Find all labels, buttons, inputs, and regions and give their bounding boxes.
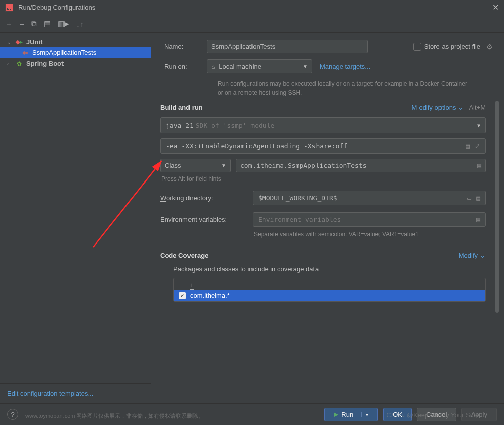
field-hint: Press Alt for field hints <box>161 175 486 183</box>
tree-label: SsmpApplicationTests <box>32 49 96 56</box>
store-checkbox[interactable] <box>413 43 421 51</box>
expand-icon[interactable]: ⤢ <box>475 142 480 150</box>
junit-icon: ◆▸ <box>15 39 23 45</box>
build-run-panel: Build and run Modify options Alt+M java … <box>160 103 497 425</box>
save-icon[interactable]: ▤ <box>44 19 51 28</box>
coverage-title: Code Coverage Modify <box>160 251 486 259</box>
coverage-package-item[interactable]: ✓ com.itheima.* <box>174 290 485 301</box>
chevron-down-icon[interactable]: ⌄ <box>7 40 12 45</box>
insert-icon[interactable]: ▤ <box>476 216 480 223</box>
modify-shortcut: Alt+M <box>469 104 486 111</box>
help-icon[interactable]: ? <box>7 409 18 420</box>
remove-icon[interactable]: − <box>179 281 183 289</box>
insert-icon[interactable]: ▤ <box>466 142 470 150</box>
window-title: Run/Debug Configurations <box>18 4 492 11</box>
watermark: www.toymoban.com 网络图片仅供展示，非存储，如有侵权请联系删除。 <box>25 412 204 420</box>
modify-options-link[interactable]: Modify options <box>412 103 464 111</box>
tree-label: JUnit <box>26 38 43 46</box>
spring-icon: ✿ <box>15 60 23 67</box>
chevron-down-icon: ▼ <box>477 123 480 128</box>
run-button[interactable]: ▶Run <box>324 408 378 421</box>
env-label: Environment variables: <box>160 216 243 223</box>
scrollbar[interactable] <box>495 101 499 393</box>
jdk-combo[interactable]: java 21 SDK of 'ssmp' module ▼ <box>160 117 486 133</box>
config-tree: ⌄ ◆▸ JUnit ◆▸ SsmpApplicationTests › ✿ S… <box>0 33 151 383</box>
package-checkbox[interactable]: ✓ <box>179 292 186 299</box>
store-label: Store as project file <box>424 43 480 50</box>
test-class-value: com.itheima.SsmpApplicationTests <box>240 162 366 169</box>
add-icon[interactable]: + <box>190 281 194 289</box>
scrollbar-thumb[interactable] <box>495 101 499 313</box>
build-run-title: Build and run Modify options Alt+M <box>160 103 486 111</box>
sort-icon: ↓↑ <box>76 20 84 28</box>
runon-combo[interactable]: ⌂ Local machine ▼ <box>207 59 312 73</box>
close-icon[interactable]: ✕ <box>492 3 499 12</box>
tree-label: Spring Boot <box>26 59 64 67</box>
insert-icon[interactable]: ▤ <box>477 162 481 169</box>
play-icon: ▶ <box>334 411 338 418</box>
add-icon[interactable]: ＋ <box>5 19 13 29</box>
env-hint: Separate variables with semicolon: VAR=v… <box>254 231 486 238</box>
name-field[interactable] <box>207 40 368 53</box>
watermark-csdn: CSDN @Keep Me By Your Side <box>386 411 479 419</box>
remove-icon[interactable]: − <box>20 20 24 28</box>
tree-node-spring-boot[interactable]: › ✿ Spring Boot <box>0 58 151 69</box>
workdir-label: Working directory: <box>160 194 243 202</box>
test-class-field[interactable]: com.itheima.SsmpApplicationTests ▤ <box>236 159 486 172</box>
modify-coverage-link[interactable]: Modify <box>459 251 486 259</box>
toolbar: ＋ − ⧉ ▤ ▥▸ ↓↑ <box>0 15 504 33</box>
workdir-value: $MODULE_WORKING_DIR$ <box>258 194 337 202</box>
copy-icon[interactable]: ⧉ <box>31 19 37 28</box>
insert-icon[interactable]: ▤ <box>476 194 480 202</box>
chevron-down-icon: ▼ <box>303 64 308 69</box>
runon-value: Local machine <box>219 63 261 70</box>
store-as-project[interactable]: Store as project file ⚙ <box>413 43 493 51</box>
runon-hint: Run configurations may be executed local… <box>218 79 470 97</box>
folder-icon[interactable]: ▭ <box>467 194 471 202</box>
jdk-value: java 21 <box>166 122 194 129</box>
name-label: Name: <box>164 43 200 50</box>
gear-icon[interactable]: ⚙ <box>486 43 493 51</box>
package-name: com.itheima.* <box>190 292 230 299</box>
coverage-packages-box: − + ✓ com.itheima.* <box>173 278 486 302</box>
app-icon <box>5 4 13 12</box>
vm-options-value: -ea -XX:+EnableDynamicAgentLoading -Xsha… <box>166 142 347 150</box>
pkg-section-label: Packages and classes to include in cover… <box>173 265 486 273</box>
test-kind-value: Class <box>165 162 181 169</box>
sidebar: ⌄ ◆▸ JUnit ◆▸ SsmpApplicationTests › ✿ S… <box>0 33 151 403</box>
test-kind-combo[interactable]: Class ▼ <box>160 159 231 172</box>
folder-icon[interactable]: ▥▸ <box>58 19 69 28</box>
tree-node-ssmp-tests[interactable]: ◆▸ SsmpApplicationTests <box>0 47 151 58</box>
titlebar: Run/Debug Configurations ✕ <box>0 0 504 15</box>
manage-targets-link[interactable]: Manage targets... <box>320 63 370 70</box>
runon-label: Run on: <box>164 63 200 70</box>
env-placeholder: Environment variables <box>258 216 341 223</box>
workdir-field[interactable]: $MODULE_WORKING_DIR$ ▭ ▤ <box>253 191 486 205</box>
vm-options-field[interactable]: -ea -XX:+EnableDynamicAgentLoading -Xsha… <box>160 138 486 154</box>
tree-node-junit[interactable]: ⌄ ◆▸ JUnit <box>0 37 151 47</box>
jdk-hint: SDK of 'ssmp' module <box>196 122 275 129</box>
edit-templates-link[interactable]: Edit configuration templates... <box>0 383 151 403</box>
chevron-right-icon[interactable]: › <box>7 61 12 66</box>
test-config-icon: ◆▸ <box>21 50 29 55</box>
home-icon: ⌂ <box>211 63 215 70</box>
chevron-down-icon: ▼ <box>221 163 226 168</box>
env-field[interactable]: Environment variables ▤ <box>253 212 486 227</box>
